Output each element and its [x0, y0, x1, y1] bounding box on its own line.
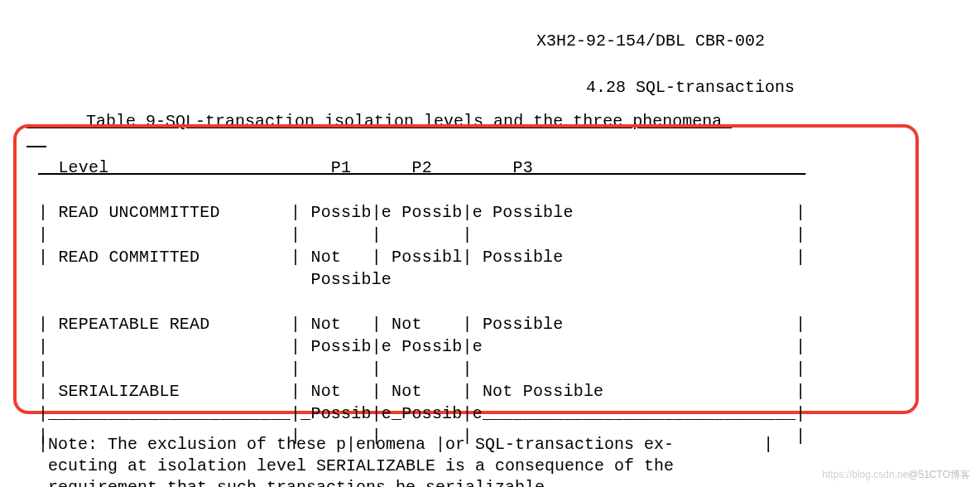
doc-id: X3H2-92-154/DBL CBR-002 [536, 31, 765, 51]
table-row: | | | | | [38, 359, 805, 379]
table-row: | | Possib|e Possib|e | [38, 337, 805, 356]
note-line: requirement that such transactions be se… [38, 478, 555, 487]
table-blank [38, 181, 826, 200]
page: X3H2-92-154/DBL CBR-002 4.28 SQL-transac… [0, 0, 980, 487]
table-row: Possible [38, 270, 392, 289]
table-row: | READ COMMITTED | Not | Possibl| Possib… [38, 248, 805, 267]
table-row: | READ UNCOMMITTED | Possib|e Possib|e P… [38, 203, 805, 222]
table-row: | SERIALIZABLE | Not | Not | Not Possibl… [38, 382, 805, 401]
watermark-faint: https://blog.csdn.ne [822, 469, 908, 480]
title-suffix: lation_levels_and_the_three_phenomena_ [354, 112, 732, 131]
title-prefix: __Table_9-SQL-transaction_ [66, 112, 324, 131]
table-row: | | | | | [38, 225, 805, 244]
table-row: | REPEATABLE READ | Not | Not | Possible… [38, 315, 805, 334]
title-highlight: iso [324, 112, 354, 131]
note-line: |Note: The exclusion of these p|enomena … [38, 435, 773, 454]
watermark: https://blog.csdn.ne@51CTO博客 [822, 468, 970, 482]
isolation-table: _Level______________________P1______P2__… [38, 134, 826, 447]
table-header-row: _Level______________________P1______P2__… [38, 158, 805, 177]
note-line: ecuting at isolation level SERIALIZABLE … [38, 456, 674, 475]
table-note: |Note: The exclusion of these p|enomena … [38, 412, 773, 487]
watermark-tail: @51CTO博客 [908, 469, 970, 480]
